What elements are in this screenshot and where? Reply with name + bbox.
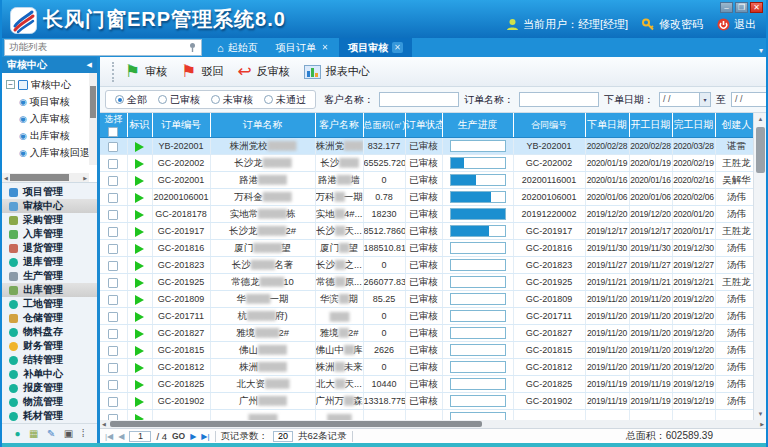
row-checkbox[interactable] xyxy=(108,397,118,407)
tab-close-icon[interactable]: ✕ xyxy=(392,42,403,53)
sidebar-item-耗材管理[interactable]: 耗材管理 xyxy=(2,409,97,423)
反审核-button[interactable]: ↩反审核 xyxy=(238,64,290,80)
scroll-right-icon[interactable]: ▶ xyxy=(81,175,89,181)
scroll-left-icon[interactable]: ◀ xyxy=(100,421,108,427)
sidebar-item-财务管理[interactable]: 财务管理 xyxy=(2,339,97,353)
tree-expander-icon[interactable]: − xyxy=(6,80,15,89)
page-number-input[interactable] xyxy=(129,431,151,442)
last-page-button[interactable]: ▶| xyxy=(201,432,209,441)
vertical-scroll-thumb[interactable] xyxy=(756,127,765,173)
dot-icon[interactable]: ● xyxy=(14,429,20,439)
row-checkbox[interactable] xyxy=(108,176,118,186)
order-date-to-picker[interactable]: / / ▾ xyxy=(731,92,766,107)
row-checkbox[interactable] xyxy=(108,329,118,339)
tab-起始页[interactable]: ⌂起始页 xyxy=(208,38,267,57)
scroll-up-icon[interactable]: ▲ xyxy=(754,116,766,122)
row-checkbox[interactable] xyxy=(108,227,118,237)
row-checkbox[interactable] xyxy=(108,295,118,305)
sidebar-item-入库管理[interactable]: 入库管理 xyxy=(2,227,97,241)
sidebar-item-退库管理[interactable]: 退库管理 xyxy=(2,255,97,269)
horizontal-scroll-thumb[interactable] xyxy=(110,421,482,427)
row-checkbox[interactable] xyxy=(108,380,118,390)
tree-item-入库审核[interactable]: ◉入库审核 xyxy=(6,110,89,127)
row-checkbox[interactable] xyxy=(108,278,118,288)
order-name-input[interactable] xyxy=(519,92,599,107)
tree-item-出库审核[interactable]: ◉出库审核 xyxy=(6,127,89,144)
pen-icon[interactable]: ✎ xyxy=(47,429,55,439)
报表中心-button[interactable]: 报表中心 xyxy=(304,64,370,79)
tree-item-项目审核[interactable]: ◉项目审核 xyxy=(6,93,89,110)
sidebar-item-采购管理[interactable]: 采购管理 xyxy=(2,213,97,227)
flag-cell xyxy=(127,138,152,155)
redacted-text: ██ xyxy=(344,345,353,354)
sidebar-item-出库管理[interactable]: 出库管理 xyxy=(2,283,97,297)
row-checkbox[interactable] xyxy=(108,142,118,152)
select-all-checkbox[interactable] xyxy=(108,127,118,137)
tab-close-icon[interactable]: ✕ xyxy=(320,42,331,53)
scroll-down-icon[interactable]: ▼ xyxy=(754,411,766,417)
tab-overflow-icon[interactable]: ▾ xyxy=(759,46,763,55)
tree-item-入库审核回退[interactable]: ◉入库审核回退 xyxy=(6,144,89,161)
sidebar-item-报废管理[interactable]: 报废管理 xyxy=(2,381,97,395)
close-button[interactable]: ✕ xyxy=(750,2,763,13)
minimize-button[interactable]: – xyxy=(720,2,733,13)
sidebar-item-物流管理[interactable]: 物流管理 xyxy=(2,395,97,409)
prev-page-button[interactable]: ◀ xyxy=(118,432,124,441)
tree-root[interactable]: − 审核中心 xyxy=(6,76,89,93)
customer-name-cell: 长沙██之... xyxy=(315,257,363,274)
radio-未通过[interactable]: 未通过 xyxy=(264,93,306,107)
customer-name-input[interactable] xyxy=(379,92,459,107)
tab-项目审核[interactable]: 项目审核✕ xyxy=(339,38,412,57)
驳回-button[interactable]: ⚑驳回 xyxy=(181,64,223,80)
redacted-text: ██ xyxy=(339,243,348,252)
row-checkbox[interactable] xyxy=(108,414,118,420)
sidebar-item-项目管理[interactable]: 项目管理 xyxy=(2,185,97,199)
row-checkbox[interactable] xyxy=(108,312,118,322)
more-icon[interactable]: ⁞ xyxy=(82,429,85,439)
approved-arrow-icon xyxy=(135,346,144,356)
page-size-input[interactable] xyxy=(273,431,293,442)
maximize-button[interactable]: ❐ xyxy=(735,2,748,13)
row-checkbox[interactable] xyxy=(108,261,118,271)
radio-全部[interactable]: 全部 xyxy=(115,93,147,107)
change-password-button[interactable]: 修改密码 xyxy=(642,17,703,32)
sidebar-item-补单中心[interactable]: 补单中心 xyxy=(2,367,97,381)
user-book-icon[interactable]: ▣ xyxy=(64,429,73,439)
sidebar-item-物料盘存[interactable]: 物料盘存 xyxy=(2,325,97,339)
tree-vertical-scrollbar[interactable] xyxy=(89,73,97,165)
finish-date-cell: 2019/12/30 xyxy=(672,240,715,257)
row-checkbox[interactable] xyxy=(108,244,118,254)
next-page-button[interactable]: ▶ xyxy=(190,432,196,441)
function-list-panel[interactable]: 功能列表 xyxy=(4,39,202,56)
collapse-panel-icon[interactable]: ◀ xyxy=(87,61,92,69)
customer-name-label: 客户名称： xyxy=(324,93,374,107)
sidebar-item-审核中心[interactable]: 审核中心 xyxy=(2,199,97,213)
dropdown-icon[interactable]: ▾ xyxy=(699,93,710,106)
row-checkbox[interactable] xyxy=(108,159,118,169)
go-button[interactable]: GO xyxy=(172,431,185,441)
radio-已审核[interactable]: 已审核 xyxy=(158,93,200,107)
sidebar-item-退货管理[interactable]: 退货管理 xyxy=(2,241,97,255)
radio-未审核[interactable]: 未审核 xyxy=(211,93,253,107)
first-page-button[interactable]: |◀ xyxy=(105,432,113,441)
pin-icon[interactable] xyxy=(188,42,197,53)
sidebar-item-仓储管理[interactable]: 仓储管理 xyxy=(2,311,97,325)
customer-name-text: 长沙 xyxy=(316,225,335,236)
cart-icon[interactable]: ▦ xyxy=(29,429,38,439)
row-checkbox[interactable] xyxy=(108,210,118,220)
tab-项目订单[interactable]: 项目订单✕ xyxy=(267,38,340,57)
tree-horizontal-scrollbar[interactable]: ◀ ▶ xyxy=(2,173,89,182)
row-checkbox[interactable] xyxy=(108,363,118,373)
sidebar-item-结转管理[interactable]: 结转管理 xyxy=(2,353,97,367)
grid-horizontal-scrollbar[interactable]: ◀ ▶ xyxy=(100,420,766,428)
scroll-right-icon[interactable]: ▶ xyxy=(758,421,766,427)
审核-button[interactable]: ⚑审核 xyxy=(125,64,167,80)
grid-vertical-scrollbar[interactable]: ▲ ▼ xyxy=(753,113,766,420)
row-checkbox[interactable] xyxy=(108,346,118,356)
scroll-left-icon[interactable]: ◀ xyxy=(2,175,10,181)
order-date-from-picker[interactable]: / / ▾ xyxy=(659,92,711,107)
row-checkbox[interactable] xyxy=(108,193,118,203)
sidebar-item-工地管理[interactable]: 工地管理 xyxy=(2,297,97,311)
logout-button[interactable]: 退出 xyxy=(717,17,756,32)
sidebar-item-生产管理[interactable]: 生产管理 xyxy=(2,269,97,283)
